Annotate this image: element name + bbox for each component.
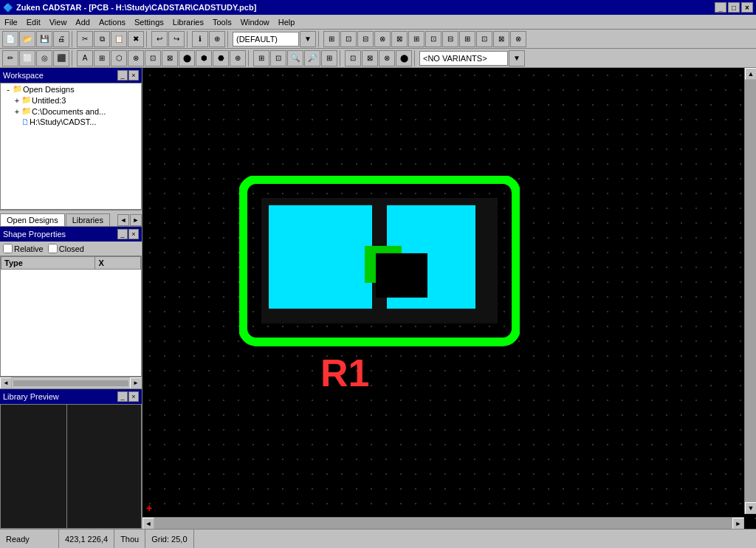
tb2-btn-o[interactable]: ⊡: [345, 50, 361, 66]
tb-btn-b[interactable]: ⊡: [340, 31, 357, 47]
shape-minimize-btn[interactable]: _: [117, 229, 128, 239]
shape-close-btn[interactable]: ×: [128, 229, 139, 239]
tab-next-btn[interactable]: ►: [130, 214, 142, 226]
copy-button[interactable]: ⧉: [94, 31, 110, 47]
menu-add[interactable]: Add: [71, 16, 94, 28]
tb2-btn-a[interactable]: ✏: [2, 50, 18, 66]
tb2-btn-l[interactable]: ⬢: [196, 50, 212, 66]
tree-open-designs[interactable]: - 📁 Open Designs: [1, 83, 141, 95]
maximize-button[interactable]: □: [728, 2, 740, 13]
layer-dropdown[interactable]: (DEFAULT): [233, 32, 299, 47]
tb-btn-j[interactable]: ⊡: [476, 31, 492, 47]
tb2-btn-q[interactable]: ⊗: [379, 50, 395, 66]
shape-scroll-right-btn[interactable]: ►: [130, 377, 142, 389]
variants-dropdown[interactable]: <NO VARIANTS>: [419, 51, 508, 66]
library-preview-titlebar: Library Preview _ ×: [0, 389, 142, 404]
c-docs-icon: 📁: [21, 106, 32, 116]
tb2-btn-h[interactable]: ⊗: [128, 50, 144, 66]
menu-view[interactable]: View: [45, 16, 72, 28]
tb-btn-h[interactable]: ⊟: [442, 31, 458, 47]
open-button[interactable]: 📂: [19, 31, 35, 47]
new-button[interactable]: 📄: [2, 31, 18, 47]
variants-dropdown-arrow[interactable]: ▼: [509, 50, 525, 66]
tree-h-study[interactable]: 🗋 H:\Study\CADST...: [1, 117, 141, 127]
relative-checkbox-label[interactable]: Relative: [3, 244, 44, 253]
closed-checkbox[interactable]: [48, 244, 58, 253]
tb2-btn-n[interactable]: ⊕: [230, 50, 246, 66]
tb-btn-f[interactable]: ⊞: [408, 31, 425, 47]
library-minimize-btn[interactable]: _: [117, 391, 128, 402]
workspace-minimize-btn[interactable]: _: [117, 70, 128, 81]
tb2-btn-j[interactable]: ⊠: [162, 50, 178, 66]
menu-settings[interactable]: Settings: [130, 16, 168, 28]
tree-untitled3[interactable]: + 📁 Untitled:3: [1, 95, 141, 106]
menu-window[interactable]: Window: [236, 16, 274, 28]
save-button[interactable]: 💾: [36, 31, 52, 47]
cut-button[interactable]: ✂: [77, 31, 93, 47]
canvas-scroll-left-btn[interactable]: ◄: [142, 518, 154, 529]
close-button[interactable]: ×: [741, 2, 753, 13]
redo-button[interactable]: ↪: [168, 31, 185, 47]
tb2-btn-i[interactable]: ⊡: [145, 50, 161, 66]
tb-btn-e[interactable]: ⊠: [391, 31, 408, 47]
tb-btn-k[interactable]: ⊠: [493, 31, 509, 47]
tb2-btn-g[interactable]: ⬡: [111, 50, 127, 66]
tb-btn-a[interactable]: ⊞: [323, 31, 340, 47]
canvas-scroll-down-btn[interactable]: ▼: [745, 502, 756, 514]
menu-file[interactable]: File: [0, 16, 22, 28]
closed-checkbox-label[interactable]: Closed: [48, 244, 84, 253]
info-button[interactable]: ℹ: [192, 31, 208, 47]
zoom-area-button[interactable]: ⊡: [270, 50, 286, 66]
tb2-btn-r[interactable]: ⬤: [396, 50, 412, 66]
menu-tools[interactable]: Tools: [208, 16, 236, 28]
tab-prev-btn[interactable]: ◄: [117, 214, 129, 226]
tb2-btn-e[interactable]: A: [77, 50, 93, 66]
snap-button[interactable]: ⊕: [209, 31, 225, 47]
shape-scrollbar: ◄ ►: [0, 377, 142, 388]
zoom-in-button[interactable]: 🔍: [287, 50, 303, 66]
zoom-all-button[interactable]: ⊞: [321, 50, 337, 66]
canvas-scroll-up-btn[interactable]: ▲: [745, 68, 756, 80]
tb-btn-c[interactable]: ⊟: [357, 31, 374, 47]
zoom-out-button[interactable]: 🔎: [304, 50, 320, 66]
tb2-btn-d[interactable]: ⬛: [53, 50, 69, 66]
menu-edit[interactable]: Edit: [22, 16, 45, 28]
workspace-close-btn[interactable]: ×: [128, 70, 139, 81]
status-coordinates-label: 423,1 226,4: [65, 535, 108, 544]
menu-help[interactable]: Help: [274, 16, 300, 28]
layer-dropdown-arrow[interactable]: ▼: [300, 31, 316, 47]
tb-btn-l[interactable]: ⊗: [510, 31, 526, 47]
shape-scroll-track[interactable]: [13, 380, 128, 386]
paste-button[interactable]: 📋: [111, 31, 127, 47]
tb2-btn-f[interactable]: ⊞: [94, 50, 110, 66]
tb2-btn-b[interactable]: ⬜: [19, 50, 35, 66]
tb2-btn-k[interactable]: ⬤: [179, 50, 195, 66]
canvas-scroll-vertical-track[interactable]: [745, 80, 756, 502]
shape-x-header[interactable]: X: [95, 257, 141, 270]
tab-libraries[interactable]: Libraries: [66, 213, 110, 226]
menu-actions[interactable]: Actions: [94, 16, 130, 28]
delete-button[interactable]: ✖: [128, 31, 144, 47]
zoom-fit-button[interactable]: ⊞: [253, 50, 269, 66]
tb-btn-g[interactable]: ⊡: [425, 31, 441, 47]
svg-rect-2: [269, 205, 372, 309]
tb-btn-d[interactable]: ⊗: [374, 31, 391, 47]
expand-open-designs-icon: -: [4, 85, 13, 94]
library-close-btn[interactable]: ×: [128, 391, 139, 402]
tb2-btn-m[interactable]: ⬣: [213, 50, 229, 66]
print-button[interactable]: 🖨: [53, 31, 69, 47]
tb2-btn-c[interactable]: ◎: [36, 50, 52, 66]
tree-c-documents[interactable]: + 📁 C:\Documents and...: [1, 106, 141, 117]
canvas-scroll-right-btn[interactable]: ►: [732, 518, 744, 529]
minimize-button[interactable]: _: [715, 2, 726, 13]
relative-checkbox[interactable]: [3, 244, 13, 253]
menu-libraries[interactable]: Libraries: [168, 16, 208, 28]
tab-open-designs[interactable]: Open Designs: [0, 213, 65, 226]
canvas-scroll-horizontal-track[interactable]: [154, 518, 732, 529]
canvas-area[interactable]: R1 + ▲ ▼ ◄ ►: [142, 68, 756, 529]
workspace-title-label: Workspace: [3, 71, 44, 80]
undo-button[interactable]: ↩: [151, 31, 168, 47]
tb-btn-i[interactable]: ⊞: [459, 31, 475, 47]
tb2-btn-p[interactable]: ⊠: [362, 50, 378, 66]
shape-scroll-left-btn[interactable]: ◄: [0, 377, 12, 389]
